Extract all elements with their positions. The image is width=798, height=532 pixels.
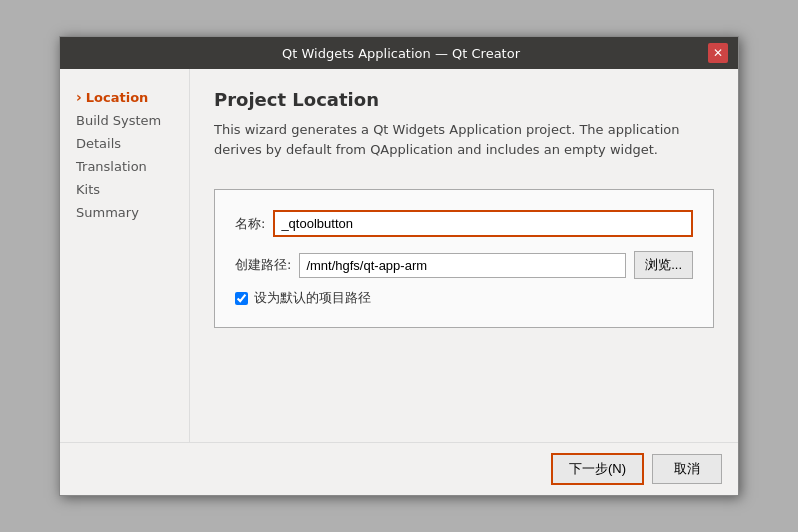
path-row: 创建路径: 浏览... — [235, 251, 693, 279]
name-row: 名称: — [235, 210, 693, 237]
dialog-footer: 下一步(N) 取消 — [60, 442, 738, 495]
name-input[interactable] — [273, 210, 693, 237]
active-arrow-icon: › — [76, 89, 82, 105]
default-path-checkbox[interactable] — [235, 292, 248, 305]
checkbox-label[interactable]: 设为默认的项目路径 — [254, 289, 371, 307]
sidebar-item-label: Kits — [76, 182, 100, 197]
sidebar: › Location Build System Details Translat… — [60, 69, 190, 442]
path-label: 创建路径: — [235, 256, 291, 274]
main-content: Project Location This wizard generates a… — [190, 69, 738, 442]
path-input[interactable] — [299, 253, 626, 278]
browse-button[interactable]: 浏览... — [634, 251, 693, 279]
close-button[interactable]: ✕ — [708, 43, 728, 63]
sidebar-item-label: Summary — [76, 205, 139, 220]
sidebar-item-label: Location — [86, 90, 149, 105]
description-text: This wizard generates a Qt Widgets Appli… — [214, 120, 714, 159]
sidebar-item-kits[interactable]: Kits — [70, 178, 179, 201]
sidebar-item-label: Build System — [76, 113, 161, 128]
dialog-body: › Location Build System Details Translat… — [60, 69, 738, 442]
main-dialog: Qt Widgets Application — Qt Creator ✕ › … — [59, 36, 739, 496]
dialog-title: Qt Widgets Application — Qt Creator — [94, 46, 708, 61]
sidebar-item-location[interactable]: › Location — [70, 85, 179, 109]
next-button[interactable]: 下一步(N) — [551, 453, 644, 485]
sidebar-item-translation[interactable]: Translation — [70, 155, 179, 178]
sidebar-item-label: Translation — [76, 159, 147, 174]
sidebar-item-details[interactable]: Details — [70, 132, 179, 155]
name-label: 名称: — [235, 215, 265, 233]
cancel-button[interactable]: 取消 — [652, 454, 722, 484]
titlebar: Qt Widgets Application — Qt Creator ✕ — [60, 37, 738, 69]
page-title: Project Location — [214, 89, 714, 110]
form-area: 名称: 创建路径: 浏览... 设为默认的项目路径 — [214, 189, 714, 328]
sidebar-item-label: Details — [76, 136, 121, 151]
sidebar-item-build-system[interactable]: Build System — [70, 109, 179, 132]
sidebar-item-summary[interactable]: Summary — [70, 201, 179, 224]
checkbox-row: 设为默认的项目路径 — [235, 289, 693, 307]
